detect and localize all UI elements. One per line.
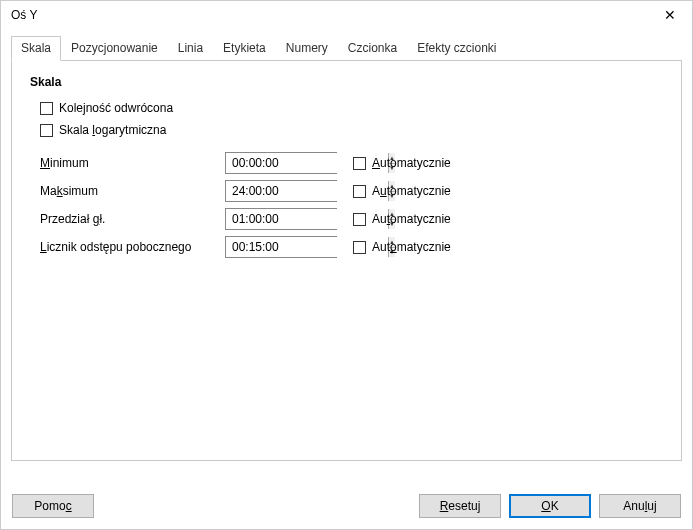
reset-button[interactable]: Resetuj <box>419 494 501 518</box>
log-scale-row: Skala logarytmiczna <box>40 119 663 141</box>
ok-button[interactable]: OK <box>509 494 591 518</box>
maximum-auto-label: Automatycznie <box>372 184 451 198</box>
content: Skala Pozycjonowanie Linia Etykieta Nume… <box>1 29 692 461</box>
maximum-label: Maksimum <box>40 184 225 198</box>
help-button[interactable]: Pomoc <box>12 494 94 518</box>
maximum-auto: Automatycznie <box>353 184 451 198</box>
minor-count-auto: Automatycznie <box>353 240 451 254</box>
reverse-order-checkbox[interactable] <box>40 102 53 115</box>
maximum-auto-checkbox[interactable] <box>353 185 366 198</box>
titlebar: Oś Y ✕ <box>1 1 692 29</box>
maximum-row: Maksimum ▲ ▼ Automatycznie <box>30 177 663 205</box>
tab-czcionka[interactable]: Czcionka <box>338 36 407 61</box>
minor-count-auto-checkbox[interactable] <box>353 241 366 254</box>
tab-numery[interactable]: Numery <box>276 36 338 61</box>
major-interval-auto: Automatycznie <box>353 212 451 226</box>
reverse-order-row: Kolejność odwrócona <box>40 97 663 119</box>
major-interval-spinner[interactable]: ▲ ▼ <box>225 208 337 230</box>
dialog-footer: Pomoc Resetuj OK Anuluj <box>12 494 681 518</box>
tab-etykieta[interactable]: Etykieta <box>213 36 276 61</box>
close-icon[interactable]: ✕ <box>656 1 684 29</box>
major-interval-label: Przedział gł. <box>40 212 225 226</box>
minimum-auto-label: Automatycznie <box>372 156 451 170</box>
tab-pozycjonowanie[interactable]: Pozycjonowanie <box>61 36 168 61</box>
window-title: Oś Y <box>11 8 37 22</box>
minimum-label: Minimum <box>40 156 225 170</box>
minor-count-spinner[interactable]: ▲ ▼ <box>225 236 337 258</box>
tab-efekty-czcionki[interactable]: Efekty czcionki <box>407 36 506 61</box>
reverse-order-label: Kolejność odwrócona <box>59 101 173 115</box>
minimum-row: Minimum ▲ ▼ Automatycznie <box>30 149 663 177</box>
tab-bar: Skala Pozycjonowanie Linia Etykieta Nume… <box>11 35 682 61</box>
tab-skala[interactable]: Skala <box>11 36 61 61</box>
minimum-auto: Automatycznie <box>353 156 451 170</box>
tab-panel: Skala Kolejność odwrócona Skala logarytm… <box>11 61 682 461</box>
cancel-button[interactable]: Anuluj <box>599 494 681 518</box>
log-scale-checkbox[interactable] <box>40 124 53 137</box>
minor-count-row: Licznik odstępu pobocznego ▲ ▼ Automatyc… <box>30 233 663 261</box>
minimum-spinner[interactable]: ▲ ▼ <box>225 152 337 174</box>
section-title: Skala <box>30 75 663 89</box>
major-interval-row: Przedział gł. ▲ ▼ Automatycznie <box>30 205 663 233</box>
major-interval-auto-label: Automatycznie <box>372 212 451 226</box>
major-interval-auto-checkbox[interactable] <box>353 213 366 226</box>
log-scale-label: Skala logarytmiczna <box>59 123 166 137</box>
minor-count-label: Licznik odstępu pobocznego <box>40 240 225 254</box>
minor-count-auto-label: Automatycznie <box>372 240 451 254</box>
maximum-spinner[interactable]: ▲ ▼ <box>225 180 337 202</box>
tab-linia[interactable]: Linia <box>168 36 213 61</box>
minimum-auto-checkbox[interactable] <box>353 157 366 170</box>
